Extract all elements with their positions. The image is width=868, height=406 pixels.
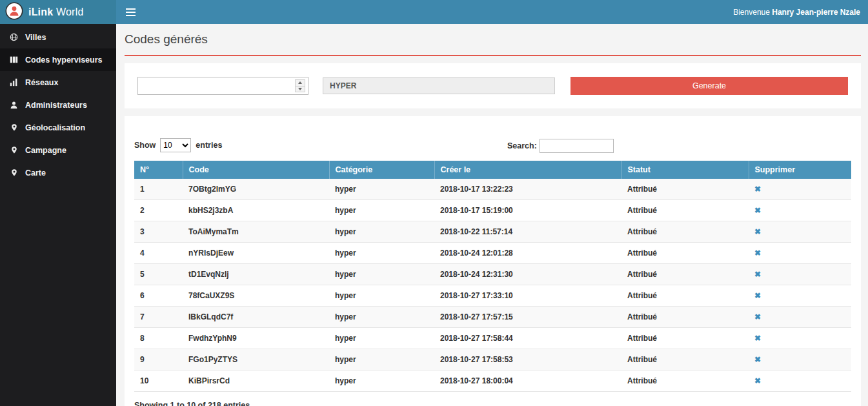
table-row: 7 IBkGLqdC7f hyper 2018-10-27 17:57:15 A… <box>134 307 851 328</box>
cell-code: IBkGLqdC7f <box>183 307 329 328</box>
delete-icon[interactable]: ✖ <box>754 312 761 321</box>
cell-category: hyper <box>329 328 434 349</box>
bar-chart-icon <box>9 78 19 86</box>
quantity-input[interactable] <box>138 77 308 94</box>
sidebar-item-label: Carte <box>25 168 46 178</box>
delete-icon[interactable]: ✖ <box>754 355 761 364</box>
cell-num: 6 <box>134 285 183 307</box>
delete-icon[interactable]: ✖ <box>754 249 761 258</box>
column-header-num: N° <box>134 161 183 179</box>
spinner-up-icon[interactable] <box>296 80 305 86</box>
cell-category: hyper <box>329 285 434 307</box>
sidebar-item-carte[interactable]: Carte <box>0 161 116 184</box>
cell-status: Attribué <box>621 349 749 370</box>
table-row: 10 KiBPirsrCd hyper 2018-10-27 18:00:04 … <box>134 370 851 392</box>
cell-created: 2018-10-27 17:33:10 <box>434 285 621 307</box>
table-row: 8 FwdhzYphN9 hyper 2018-10-27 17:58:44 A… <box>134 328 851 349</box>
delete-icon[interactable]: ✖ <box>754 206 761 215</box>
sidebar-item-villes[interactable]: Villes <box>0 26 116 48</box>
user-name: Hanry Jean-pierre Nzale <box>772 8 860 17</box>
top-nav: Bienvenue Hanry Jean-pierre Nzale <box>116 0 868 24</box>
sidebar-item-label: Réseaux <box>25 78 58 87</box>
delete-icon[interactable]: ✖ <box>754 185 761 194</box>
cell-num: 9 <box>134 349 183 370</box>
cell-code: KiBPirsrCd <box>183 370 329 392</box>
delete-icon[interactable]: ✖ <box>754 376 761 385</box>
cell-status: Attribué <box>621 200 749 221</box>
cell-status: Attribué <box>621 307 749 328</box>
cell-created: 2018-10-24 12:01:28 <box>434 243 621 264</box>
cell-code: FwdhzYphN9 <box>183 328 329 349</box>
sidebar-item-label: Villes <box>25 33 46 42</box>
table-controls: Show 10 entries Search: <box>134 138 851 155</box>
sidebar-item-label: Campagne <box>25 146 66 155</box>
column-header-categorie: Catégorie <box>329 161 434 179</box>
cell-code: FGo1PyZTYS <box>183 349 329 370</box>
user-icon <box>9 101 19 109</box>
cell-created: 2018-10-27 17:58:44 <box>434 328 621 349</box>
sidebar-item-label: Codes hyperviseurs <box>25 56 103 65</box>
cell-code: nYRlsDjEew <box>183 243 329 264</box>
cell-status: Attribué <box>621 264 749 285</box>
cell-status: Attribué <box>621 221 749 243</box>
cell-code: kbHS2j3zbA <box>183 200 329 221</box>
top-bar: iLink World Bienvenue Hanry Jean-pierre … <box>0 0 868 24</box>
search-control: Search: <box>507 139 614 153</box>
generate-button[interactable]: Generate <box>570 77 848 95</box>
map-marker-icon <box>9 146 19 154</box>
cell-code: 7OBtg2lmYG <box>183 179 329 200</box>
delete-icon[interactable]: ✖ <box>754 291 761 300</box>
cell-code: ToAiMymaTm <box>183 221 329 243</box>
cell-created: 2018-10-22 11:57:14 <box>434 221 621 243</box>
cell-created: 2018-10-24 12:31:30 <box>434 264 621 285</box>
generate-form-panel: Generate <box>125 63 861 108</box>
column-header-creer-le: Créer le <box>434 161 621 179</box>
column-header-statut: Statut <box>621 161 749 179</box>
spinner-down-icon[interactable] <box>296 86 305 92</box>
showing-entries-text: Showing 1 to 10 of 218 entries <box>134 401 851 406</box>
app-logo-icon <box>5 2 23 23</box>
brand-text: iLink World <box>28 6 84 18</box>
cell-category: hyper <box>329 243 434 264</box>
main-content: Codes générés Generate Show 10 entries S… <box>116 24 868 406</box>
delete-icon[interactable]: ✖ <box>754 227 761 236</box>
table-row: 5 tD1EvqNzlj hyper 2018-10-24 12:31:30 A… <box>134 264 851 285</box>
cell-code: tD1EvqNzlj <box>183 264 329 285</box>
cell-created: 2018-10-27 17:57:15 <box>434 307 621 328</box>
column-header-code: Code <box>183 161 329 179</box>
sidebar-item-reseaux[interactable]: Réseaux <box>0 71 116 94</box>
cell-category: hyper <box>329 179 434 200</box>
delete-icon[interactable]: ✖ <box>754 334 761 343</box>
table-row: 9 FGo1PyZTYS hyper 2018-10-27 17:58:53 A… <box>134 349 851 370</box>
brand-area[interactable]: iLink World <box>0 0 116 24</box>
map-marker-icon <box>9 123 19 132</box>
page-length-select[interactable]: 10 <box>160 138 191 152</box>
hamburger-menu-icon[interactable] <box>116 0 145 24</box>
table-row: 4 nYRlsDjEew hyper 2018-10-24 12:01:28 A… <box>134 243 851 264</box>
show-label: Show <box>134 141 156 150</box>
spinner-buttons[interactable] <box>295 79 305 92</box>
column-header-supprimer: Supprimer <box>749 161 851 179</box>
sidebar-item-codes-hyperviseurs[interactable]: Codes hyperviseurs <box>0 48 116 71</box>
category-field[interactable] <box>323 77 555 94</box>
cell-created: 2018-10-27 17:58:53 <box>434 349 621 370</box>
cell-num: 1 <box>134 179 183 200</box>
table-header: N° Code Catégorie Créer le Statut Suppri… <box>134 161 851 179</box>
cell-status: Attribué <box>621 285 749 307</box>
cell-status: Attribué <box>621 179 749 200</box>
sidebar-item-geolocalisation[interactable]: Géolocalisation <box>0 116 116 139</box>
quantity-stepper[interactable] <box>137 77 308 95</box>
columns-icon <box>9 56 19 64</box>
cell-category: hyper <box>329 221 434 243</box>
delete-icon[interactable]: ✖ <box>754 270 761 279</box>
sidebar-item-campagne[interactable]: Campagne <box>0 139 116 161</box>
sidebar: Villes Codes hyperviseurs Réseaux Admini… <box>0 24 116 406</box>
cell-status: Attribué <box>621 370 749 392</box>
cell-created: 2018-10-17 15:19:00 <box>434 200 621 221</box>
search-input[interactable] <box>540 139 614 153</box>
cell-num: 7 <box>134 307 183 328</box>
sidebar-item-administrateurs[interactable]: Administrateurs <box>0 94 116 116</box>
cell-num: 4 <box>134 243 183 264</box>
cell-num: 10 <box>134 370 183 392</box>
page-title: Codes générés <box>125 32 208 46</box>
